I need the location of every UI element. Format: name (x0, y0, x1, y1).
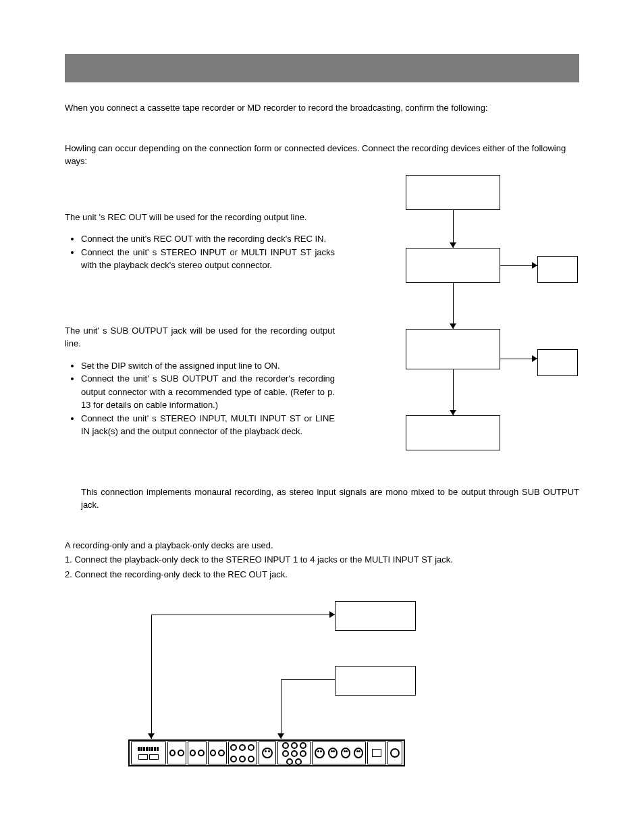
xlr-jack-row (312, 741, 366, 764)
methods-two-column: The unit 's REC OUT will be used for the… (65, 175, 579, 465)
arrow-down-icon (450, 410, 456, 415)
deck-step1: 1. Connect the playback-only deck to the… (65, 553, 579, 567)
flowchart-box (406, 329, 500, 369)
method1-bullet: Connect the unit's REC OUT with the reco… (81, 232, 335, 246)
rca-jack-grid (277, 741, 311, 764)
rca-jack-pair (208, 741, 227, 764)
arrow-right-icon (329, 611, 335, 618)
unit-rear-panel-illustration (128, 739, 405, 766)
methods-text-column: The unit 's REC OUT will be used for the… (65, 175, 335, 454)
method1-lead: The unit 's REC OUT will be used for the… (65, 211, 335, 224)
diagram-connector (281, 679, 335, 680)
flowchart-diagram (335, 175, 579, 465)
rca-jack-pair (167, 741, 186, 764)
arrow-down-icon (277, 733, 284, 739)
flowchart-box (406, 248, 500, 283)
intro-paragraph: When you connect a cassette tape recorde… (65, 101, 579, 115)
flowchart-box (406, 415, 500, 450)
method2-note: This connection implements monaural reco… (81, 486, 579, 512)
diagram-connector (151, 615, 335, 615)
method2-bullets: Set the DIP switch of the assigned input… (65, 359, 335, 438)
flowchart-box (406, 175, 500, 210)
document-page: When you connect a cassette tape recorde… (0, 54, 644, 810)
dip-switch-section (131, 741, 166, 764)
flowchart-connector (453, 369, 454, 415)
arrow-right-icon (532, 262, 537, 269)
howling-paragraph: Howling can occur depending on the conne… (65, 142, 579, 168)
deck-section: A recording-only and a playback-only dec… (65, 539, 579, 784)
xlr-jack (259, 741, 276, 764)
header-band (65, 54, 579, 82)
diagram-box (335, 601, 416, 631)
ground-lug (387, 741, 402, 764)
connection-diagram (65, 601, 579, 783)
rca-jack-grid (228, 741, 258, 764)
method2-bullet: Set the DIP switch of the assigned input… (81, 359, 335, 373)
flowchart-connector (453, 283, 454, 329)
diagram-box (335, 666, 416, 696)
arrow-down-icon (148, 733, 155, 739)
deck-lead: A recording-only and a playback-only dec… (65, 539, 579, 552)
diagram-connector (281, 679, 281, 739)
flowchart-box-small (537, 256, 578, 283)
diagram-connector (151, 615, 152, 739)
deck-step2: 2. Connect the recording-only deck to th… (65, 568, 579, 581)
method1-bullets: Connect the unit's REC OUT with the reco… (65, 232, 335, 272)
flowchart-box-small (537, 349, 578, 376)
arrow-right-icon (532, 355, 537, 362)
arrow-down-icon (450, 323, 456, 329)
power-inlet (367, 741, 386, 764)
method2-lead: The unit' s SUB OUTPUT jack will be used… (65, 324, 335, 350)
arrow-down-icon (450, 242, 456, 248)
rca-jack-pair (188, 741, 207, 764)
method1-bullet: Connect the unit' s STEREO INPUT or MULT… (81, 246, 335, 272)
method2-bullet: Connect the unit' s SUB OUTPUT and the r… (81, 372, 335, 412)
method2-bullet: Connect the unit' s STEREO INPUT, MULTI … (81, 412, 335, 438)
content-area: When you connect a cassette tape recorde… (65, 101, 579, 783)
